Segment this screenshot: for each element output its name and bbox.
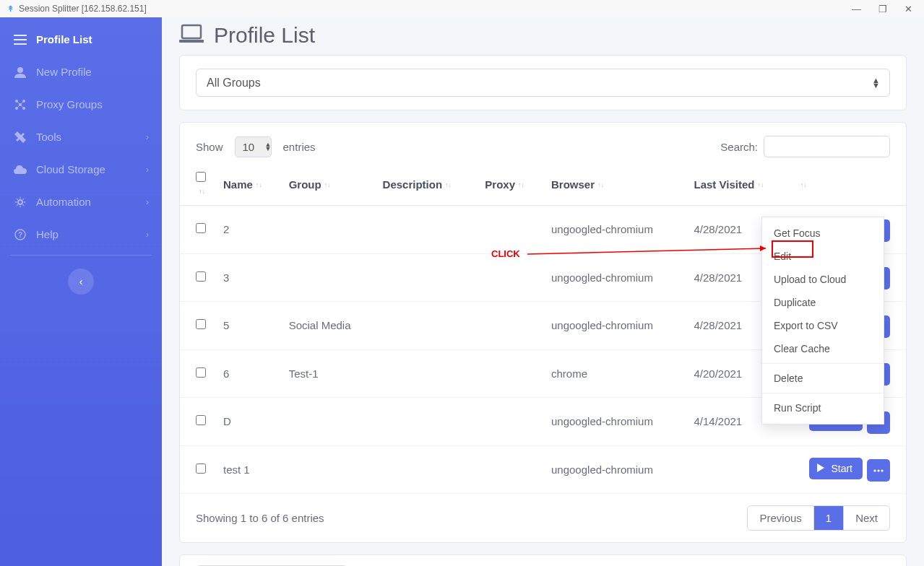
menu-divider xyxy=(762,393,884,393)
sidebar-label: Automation xyxy=(36,196,91,208)
cell-proxy xyxy=(478,253,544,302)
row-checkbox[interactable] xyxy=(196,367,206,378)
svg-rect-1 xyxy=(14,39,27,40)
cell-last-visited xyxy=(686,445,790,494)
svg-marker-38 xyxy=(817,463,824,472)
svg-line-10 xyxy=(20,101,24,105)
table-controls: Show 10 ▲▼ entries Search: xyxy=(180,123,906,163)
table-row: test 1 ungoogled-chromium Start xyxy=(180,445,906,494)
cell-description xyxy=(376,206,478,254)
col-name[interactable]: Name↑↓ xyxy=(216,163,282,206)
pagination: Previous 1 Next xyxy=(747,505,890,531)
menu-item-clear-cache[interactable]: Clear Cache xyxy=(762,337,884,360)
menu-item-upload-to-cloud[interactable]: Upload to Cloud xyxy=(762,268,884,291)
svg-rect-2 xyxy=(14,43,27,45)
menu-item-delete[interactable]: Delete xyxy=(762,367,884,390)
row-checkbox[interactable] xyxy=(196,415,206,425)
col-proxy[interactable]: Proxy↑↓ xyxy=(478,163,544,206)
menu-item-run-script[interactable]: Run Script xyxy=(762,396,884,419)
sidebar-item-tools[interactable]: Tools › xyxy=(0,121,162,153)
svg-text:?: ? xyxy=(18,231,22,239)
cell-proxy xyxy=(478,302,544,350)
menu-item-get-focus[interactable]: Get Focus xyxy=(762,222,884,245)
sidebar-item-cloud-storage[interactable]: Cloud Storage › xyxy=(0,153,162,186)
cell-group: Social Media xyxy=(282,302,376,350)
sidebar-item-profile-list[interactable]: Profile List xyxy=(0,23,162,56)
cell-group xyxy=(282,253,376,302)
sidebar-collapse-button[interactable]: ‹ xyxy=(68,269,94,295)
col-checkbox[interactable]: ↑↓ xyxy=(180,163,216,206)
svg-line-11 xyxy=(17,105,20,108)
list-icon xyxy=(13,35,27,45)
pagination-prev[interactable]: Previous xyxy=(748,506,813,530)
sidebar-divider xyxy=(10,255,152,256)
table-footer: Showing 1 to 6 of 6 entries Previous 1 N… xyxy=(180,494,906,542)
cell-proxy xyxy=(478,445,544,494)
sidebar-item-help[interactable]: ? Help › xyxy=(0,218,162,251)
minimize-button[interactable]: — xyxy=(852,4,861,14)
cell-name: 5 xyxy=(216,302,282,350)
sidebar-label: Proxy Groups xyxy=(36,98,103,110)
sort-icon: ↑↓ xyxy=(800,183,807,188)
search-input[interactable] xyxy=(764,136,890,157)
cell-name: D xyxy=(216,398,282,446)
sidebar-item-proxy-groups[interactable]: Proxy Groups xyxy=(0,88,162,121)
group-select[interactable]: All Groups xyxy=(196,69,890,97)
cell-description xyxy=(376,302,478,350)
cell-browser: chrome xyxy=(544,349,686,398)
sidebar-item-new-profile[interactable]: New Profile xyxy=(0,56,162,88)
entries-select[interactable]: 10 xyxy=(235,136,272,157)
user-icon xyxy=(13,66,27,78)
cell-proxy xyxy=(478,349,544,398)
menu-divider xyxy=(762,363,884,364)
col-group[interactable]: Group↑↓ xyxy=(282,163,376,206)
row-checkbox[interactable] xyxy=(196,319,206,329)
pagination-next[interactable]: Next xyxy=(844,506,889,530)
row-checkbox[interactable] xyxy=(196,463,206,474)
start-button[interactable]: Start xyxy=(809,458,863,479)
svg-rect-0 xyxy=(14,35,27,36)
menu-item-edit[interactable]: Edit xyxy=(762,245,884,268)
col-browser[interactable]: Browser↑↓ xyxy=(544,163,686,206)
row-checkbox[interactable] xyxy=(196,223,206,233)
col-description[interactable]: Description↑↓ xyxy=(376,163,478,206)
search-label: Search: xyxy=(720,141,758,153)
sidebar-label: Tools xyxy=(36,131,61,143)
group-select-card: All Groups ▲▼ xyxy=(179,55,907,110)
cog-icon xyxy=(13,196,27,208)
col-last-visited[interactable]: Last Visited↑↓ xyxy=(686,163,790,206)
chevron-right-icon: › xyxy=(146,197,149,207)
cell-browser: ungoogled-chromium xyxy=(544,398,686,446)
cell-description xyxy=(376,445,478,494)
menu-item-duplicate[interactable]: Duplicate xyxy=(762,291,884,314)
sort-icon: ↑↓ xyxy=(597,183,604,188)
chevron-right-icon: › xyxy=(146,230,149,240)
cell-browser: ungoogled-chromium xyxy=(544,302,686,350)
svg-rect-16 xyxy=(182,25,201,38)
sidebar-item-automation[interactable]: Automation › xyxy=(0,186,162,218)
svg-line-12 xyxy=(20,105,24,108)
sort-icon: ↑↓ xyxy=(324,183,331,188)
cell-proxy xyxy=(478,206,544,254)
svg-line-9 xyxy=(17,101,20,105)
menu-item-export-to-csv[interactable]: Export to CSV xyxy=(762,314,884,337)
sidebar: Profile List New Profile Proxy Groups To… xyxy=(0,17,162,566)
select-all-checkbox[interactable] xyxy=(196,172,206,182)
cell-description xyxy=(376,349,478,398)
pagination-page-1[interactable]: 1 xyxy=(814,506,844,530)
bulk-actions-card: *** Bulk Actions *** ▲▼ xyxy=(179,554,907,566)
row-checkbox[interactable] xyxy=(196,271,206,282)
sort-icon: ↑↓ xyxy=(757,183,764,188)
more-button[interactable] xyxy=(867,459,890,482)
sort-icon: ↑↓ xyxy=(518,183,524,188)
svg-point-40 xyxy=(877,469,879,471)
page-title: Profile List xyxy=(214,23,315,48)
chevron-left-icon: ‹ xyxy=(79,276,83,287)
titlebar: ↟ Session Splitter [162.158.62.151] — ❐ … xyxy=(0,0,924,17)
cell-browser: ungoogled-chromium xyxy=(544,445,686,494)
svg-rect-17 xyxy=(179,40,204,43)
cell-description xyxy=(376,253,478,302)
close-button[interactable]: ✕ xyxy=(904,4,912,14)
maximize-button[interactable]: ❐ xyxy=(878,4,887,14)
app-icon: ↟ xyxy=(6,4,14,13)
